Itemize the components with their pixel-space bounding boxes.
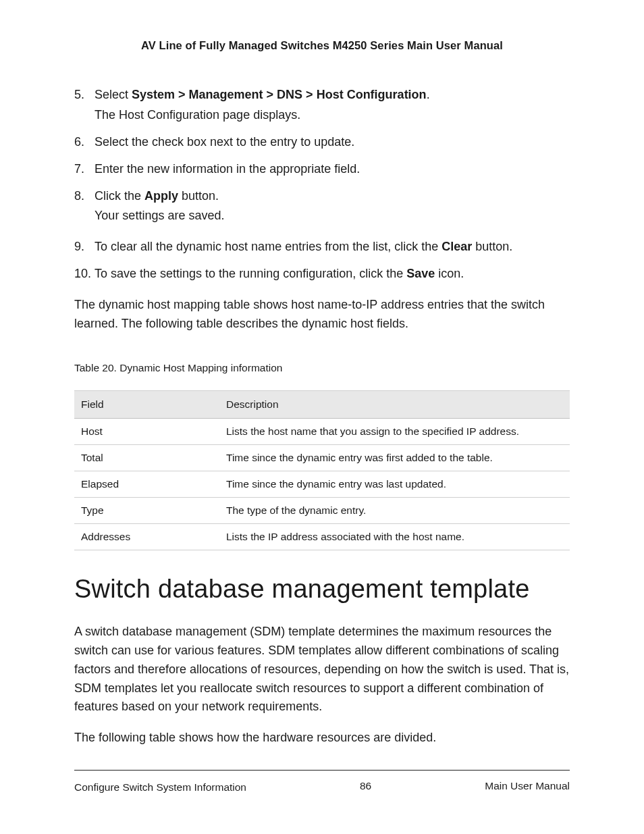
step-text-suffix: button.	[472, 240, 512, 253]
step-text-prefix: Select the check box next to the entry t…	[95, 135, 354, 149]
step-7: 7. Enter the new information in the appr…	[74, 160, 570, 179]
footer-manual-title: Main User Manual	[485, 780, 570, 795]
table-cell-field: Type	[74, 497, 219, 523]
step-text-bold: Clear	[441, 240, 472, 253]
table-caption: Table 20. Dynamic Host Mapping informati…	[74, 362, 570, 374]
step-number: 8.	[74, 187, 84, 206]
step-8: 8. Click the Apply button. Your settings…	[74, 187, 570, 226]
step-text-prefix: To clear all the dynamic host name entri…	[95, 240, 441, 253]
step-number: 5.	[74, 86, 84, 105]
steps-list: 5. Select System > Management > DNS > Ho…	[74, 86, 570, 284]
table-header-description: Description	[219, 390, 570, 418]
step-6: 6. Select the check box next to the entr…	[74, 133, 570, 152]
step-number: 7.	[74, 160, 84, 179]
step-text-bold: System > Management > DNS > Host Configu…	[132, 88, 427, 101]
step-text-prefix: Click the	[95, 189, 144, 203]
step-text-prefix: Enter the new information in the appropr…	[95, 162, 360, 176]
table-cell-field: Elapsed	[74, 471, 219, 497]
step-subtext: The Host Configuration page displays.	[95, 106, 570, 125]
dynamic-host-table: Field Description Host Lists the host na…	[74, 390, 570, 550]
step-text-bold: Save	[406, 267, 435, 280]
table-cell-field: Host	[74, 418, 219, 444]
step-text-prefix: To save the settings to the running conf…	[95, 267, 406, 280]
page: AV Line of Fully Managed Switches M4250 …	[0, 0, 644, 834]
step-text-suffix: .	[427, 88, 430, 101]
footer-row: Configure Switch System Information 86 M…	[74, 780, 570, 795]
step-text-bold: Apply	[144, 189, 178, 203]
table-cell-desc: Time since the dynamic entry was first a…	[219, 444, 570, 471]
section-heading-sdm: Switch database management template	[74, 575, 570, 604]
step-text-prefix: Select	[95, 88, 132, 101]
step-number: 6.	[74, 133, 84, 152]
table-cell-field: Total	[74, 444, 219, 471]
paragraph-dynamic-host: The dynamic host mapping table shows hos…	[74, 296, 570, 334]
paragraph-sdm-intro: A switch database management (SDM) templ…	[74, 623, 570, 716]
paragraph-sdm-table-lead: The following table shows how the hardwa…	[74, 729, 570, 748]
table-cell-desc: The type of the dynamic entry.	[219, 497, 570, 523]
table-header-row: Field Description	[74, 390, 570, 418]
table-row: Elapsed Time since the dynamic entry was…	[74, 471, 570, 497]
table-row: Type The type of the dynamic entry.	[74, 497, 570, 523]
step-10: 10. To save the settings to the running …	[74, 265, 570, 284]
table-cell-desc: Time since the dynamic entry was last up…	[219, 471, 570, 497]
footer-rule	[74, 770, 570, 771]
page-footer: Configure Switch System Information 86 M…	[74, 770, 570, 795]
table-header-field: Field	[74, 390, 219, 418]
table-cell-desc: Lists the host name that you assign to t…	[219, 418, 570, 444]
table-cell-desc: Lists the IP address associated with the…	[219, 523, 570, 550]
step-number: 9.	[74, 238, 84, 257]
table-row: Addresses Lists the IP address associate…	[74, 523, 570, 550]
step-number: 10.	[74, 265, 91, 284]
table-row: Total Time since the dynamic entry was f…	[74, 444, 570, 471]
step-subtext: Your settings are saved.	[95, 207, 570, 226]
page-header-title: AV Line of Fully Managed Switches M4250 …	[74, 39, 570, 52]
step-text-suffix: icon.	[435, 267, 464, 280]
footer-page-number: 86	[360, 780, 371, 795]
footer-section-title: Configure Switch System Information	[74, 780, 246, 795]
table-cell-field: Addresses	[74, 523, 219, 550]
step-5: 5. Select System > Management > DNS > Ho…	[74, 86, 570, 125]
step-9: 9. To clear all the dynamic host name en…	[74, 238, 570, 257]
step-text-suffix: button.	[178, 189, 219, 203]
table-row: Host Lists the host name that you assign…	[74, 418, 570, 444]
